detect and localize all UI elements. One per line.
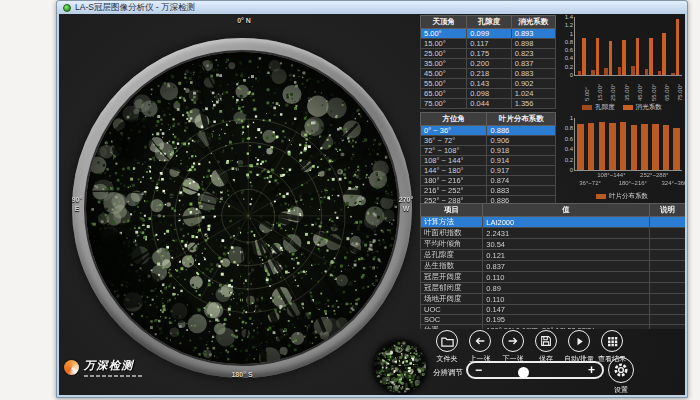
table-row[interactable]: 108° ~ 144°0.914: [421, 156, 556, 166]
title-bar[interactable]: LA-S冠层图像分析仪 - 万深检测: [57, 1, 687, 14]
slider-thumb[interactable]: [518, 367, 529, 378]
table-cell: 0.117: [467, 39, 511, 49]
column-header: 项目: [421, 204, 483, 217]
table-cell: 72° ~ 108°: [421, 146, 487, 156]
table-cell: 0.147: [483, 305, 650, 315]
leaf-distribution-chart: 00.20.40.60.8136°~72°108°~144°180°~216°2…: [559, 114, 685, 206]
table-row[interactable]: 叶面积指数2.2431: [421, 228, 686, 239]
table-cell: 0.110: [483, 294, 650, 305]
thumbnail-canopy-image: [374, 341, 426, 393]
table-cell: [649, 294, 685, 305]
table-cell: 0.837: [511, 59, 555, 69]
table-cell: 叶面积指数: [421, 228, 483, 239]
table-row[interactable]: 72° ~ 108°0.918: [421, 146, 556, 156]
legend-swatch: [582, 105, 592, 110]
table-cell: [649, 305, 685, 315]
brand-logo: 万深检测: [64, 358, 142, 377]
x-axis-label: 25.00°: [610, 84, 616, 101]
table-row[interactable]: 45.00°0.2180.883: [421, 69, 556, 79]
table-cell: 108° ~ 144°: [421, 156, 487, 166]
table-cell: [649, 217, 685, 228]
table-row[interactable]: 216° ~ 252°0.883: [421, 186, 556, 196]
compass-south-label: 180° S: [217, 370, 267, 379]
column-header: 说明: [649, 204, 685, 217]
table-cell: 场地开阔度: [421, 294, 483, 305]
table-cell: 2.2431: [483, 228, 650, 239]
table-row[interactable]: 场地开阔度0.110: [421, 294, 686, 305]
app-window: LA-S冠层图像分析仪 - 万深检测 0° N 180° S 90°E 270°…: [56, 0, 688, 398]
table-row[interactable]: 36° ~ 72°0.906: [421, 136, 556, 146]
slider-minus-button[interactable]: −: [475, 364, 482, 376]
table-cell: 0.044: [467, 99, 511, 109]
main-content: 0° N 180° S 90°E 270°W 天顶角孔隙度消光系数5.00°0.…: [59, 14, 685, 395]
table-cell: SOC: [421, 315, 483, 325]
bar: [641, 124, 648, 170]
table-cell: 65.00°: [421, 89, 467, 99]
bar: [609, 123, 616, 171]
table-row[interactable]: 15.00°0.1170.898: [421, 39, 556, 49]
x-axis-label: 45.00°: [637, 84, 643, 101]
table-cell: [649, 228, 685, 239]
table-row[interactable]: 0° ~ 36°0.886: [421, 126, 556, 136]
table-row[interactable]: 平均叶倾角30.54: [421, 239, 686, 250]
table-row[interactable]: 冠层郁闭度0.89: [421, 283, 686, 294]
play-icon: [568, 330, 590, 352]
table-cell: 0.175: [467, 49, 511, 59]
save-icon: [535, 330, 557, 352]
table-cell: 0.099: [467, 29, 511, 39]
table-row[interactable]: 144° ~ 180°0.917: [421, 166, 556, 176]
image-thumbnail[interactable]: [372, 339, 428, 395]
table-cell: 冠层开阔度: [421, 272, 483, 283]
table-row[interactable]: 55.00°0.1430.902: [421, 79, 556, 89]
chart-legend: 孔隙度消光系数: [559, 103, 685, 112]
column-header: 叶片分布系数: [487, 113, 556, 126]
table-cell: 30.54: [483, 239, 650, 250]
table-row[interactable]: 35.00°0.2000.837: [421, 59, 556, 69]
bar: [596, 38, 600, 75]
table-row[interactable]: 总孔隙度0.121: [421, 250, 686, 261]
settings-button[interactable]: 设置: [599, 357, 643, 395]
x-axis-label: 324°~360°: [661, 180, 685, 186]
x-axis-label: 15.00°: [597, 84, 603, 101]
table-row[interactable]: UOC0.147: [421, 305, 686, 315]
folder-icon: [436, 330, 458, 352]
bar: [609, 41, 613, 75]
table-cell: 0.883: [511, 69, 555, 79]
bar: [676, 19, 680, 75]
table-cell: [649, 325, 685, 330]
bar: [582, 38, 586, 75]
table-cell: 120° 21' 0.19"E, 30° 18' 52.55"N: [483, 325, 650, 330]
table-row[interactable]: SOC0.195: [421, 315, 686, 325]
fisheye-canopy-image[interactable]: [86, 52, 398, 364]
table-row[interactable]: 位置120° 21' 0.19"E, 30° 18' 52.55"N: [421, 325, 686, 330]
x-axis-label: 252°~288°: [640, 172, 668, 178]
column-header: 天顶角: [421, 16, 467, 29]
table-row[interactable]: 75.00°0.0441.356: [421, 99, 556, 109]
table-cell: 0.218: [467, 69, 511, 79]
bar: [578, 71, 582, 75]
chart-legend: 叶片分布系数: [559, 192, 685, 201]
table-cell: 55.00°: [421, 79, 467, 89]
y-axis-tick: 0.2: [559, 157, 573, 163]
segmentation-slider[interactable]: − +: [466, 361, 604, 379]
y-axis-tick: 0: [559, 167, 573, 173]
table-row[interactable]: 丛生指数0.837: [421, 261, 686, 272]
table-cell: 0.110: [483, 272, 650, 283]
table-row[interactable]: 5.00°0.0990.893: [421, 29, 556, 39]
column-header: 孔隙度: [467, 16, 511, 29]
table-cell: 0.89: [483, 283, 650, 294]
table-cell: 丛生指数: [421, 261, 483, 272]
logo-swirl-icon: [64, 360, 79, 375]
table-row[interactable]: 65.00°0.0981.024: [421, 89, 556, 99]
compass-east-label: 90°E: [65, 195, 89, 213]
table-cell: [649, 315, 685, 325]
table-row[interactable]: 冠层开阔度0.110: [421, 272, 686, 283]
table-row[interactable]: 计算方法LAI2000: [421, 217, 686, 228]
column-header: 方位角: [421, 113, 487, 126]
bar: [620, 122, 627, 170]
table-row[interactable]: 180° ~ 216°0.874: [421, 176, 556, 186]
table-cell: 0° ~ 36°: [421, 126, 487, 136]
table-cell: 45.00°: [421, 69, 467, 79]
table-row[interactable]: 25.00°0.1750.823: [421, 49, 556, 59]
slider-plus-button[interactable]: +: [588, 364, 595, 376]
